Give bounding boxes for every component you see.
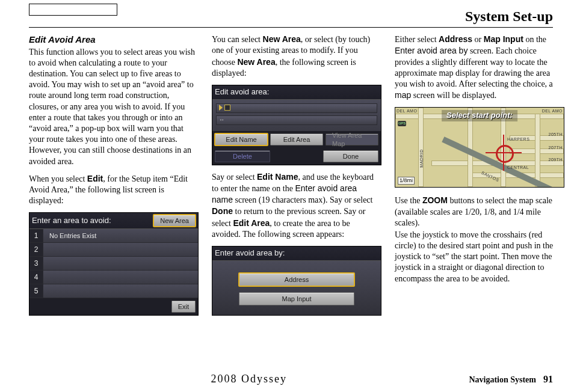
- sans-text: Enter avoid area by: [395, 46, 468, 55]
- area-field: ↔: [216, 115, 377, 125]
- arrows-icon: ↔: [219, 117, 224, 123]
- done-button[interactable]: Done: [323, 150, 378, 162]
- street-label: DEL AMO: [397, 108, 417, 114]
- row-number: 1: [29, 229, 43, 242]
- bold-text: Edit Name: [257, 172, 298, 182]
- bold-text: Map Input: [484, 34, 523, 44]
- screen-header: Edit avoid area:: [212, 85, 381, 100]
- row-number: 4: [29, 271, 43, 284]
- edit-name-button[interactable]: Edit Name: [215, 133, 268, 145]
- screen-enter-area: Enter an area to avoid: New Area 1 No En…: [29, 212, 199, 316]
- content-columns: Edit Avoid Area This function allows you…: [29, 34, 553, 322]
- street-label: 207TH: [548, 145, 563, 150]
- new-area-button[interactable]: New Area: [153, 215, 196, 227]
- screen-edit-avoid: Edit avoid area: ↔: [212, 85, 381, 165]
- row-number: 3: [29, 257, 43, 270]
- address-button[interactable]: Address: [239, 273, 354, 286]
- paragraph: Say or select Edit Name, and use the key…: [212, 171, 380, 240]
- text: Use the: [395, 196, 422, 205]
- bold-text: Address: [439, 34, 472, 44]
- column-3: Either select Address or Map Input on th…: [395, 34, 563, 322]
- area-list: 1 No Entries Exist 2 3 4 5: [29, 229, 198, 298]
- button-row-2: Delete Done: [212, 148, 381, 165]
- paragraph: Use the joystick to move the crosshairs …: [395, 230, 563, 284]
- row-cell: No Entries Exist: [43, 231, 198, 240]
- street-label: HARPERS: [507, 136, 529, 142]
- row-number: 5: [29, 284, 43, 298]
- list-row[interactable]: 5: [29, 284, 198, 298]
- street-label: CENTRAL: [507, 165, 529, 170]
- screen-body: Address Map Input: [212, 261, 381, 315]
- street-label: DEL AMO: [542, 108, 563, 114]
- screen-title: Edit avoid area:: [215, 87, 378, 97]
- edit-area-button[interactable]: Edit Area: [270, 133, 323, 145]
- paragraph: This function allows you to select areas…: [29, 47, 197, 167]
- text: Either select: [395, 35, 439, 44]
- map-scale: 1/8mi: [398, 177, 415, 185]
- column-1: Edit Avoid Area This function allows you…: [29, 34, 197, 322]
- box-icon: [224, 105, 230, 111]
- text: screen (19 characters max). Say or selec…: [233, 195, 372, 204]
- play-icon: [219, 105, 223, 111]
- screen-header: Enter an area to avoid: New Area: [29, 213, 198, 229]
- map-banner: Select start point:: [442, 110, 517, 121]
- button-row-1: Edit Name Edit Area View Area Map: [212, 131, 381, 148]
- spacer: [273, 150, 321, 162]
- screen-footer: Exit: [29, 298, 198, 315]
- list-row[interactable]: 4: [29, 271, 198, 284]
- paragraph: You can select New Area, or select (by t…: [212, 34, 380, 79]
- text: or: [472, 35, 484, 44]
- column-2: You can select New Area, or select (by t…: [212, 34, 380, 322]
- text: You can select: [212, 35, 263, 44]
- text: When you select: [29, 174, 87, 183]
- gps-icon: GPS: [398, 121, 406, 126]
- delete-button[interactable]: Delete: [215, 150, 270, 162]
- text: on the: [523, 35, 546, 44]
- screen-title: Enter avoid area by:: [215, 248, 378, 259]
- bold-text: ZOOM: [422, 195, 448, 205]
- list-row[interactable]: 3: [29, 257, 198, 271]
- bold-text: New Area: [263, 34, 301, 44]
- list-row[interactable]: 1 No Entries Exist: [29, 229, 198, 243]
- street-label: 209TH: [548, 157, 563, 162]
- bold-text: Edit: [87, 174, 103, 183]
- screen-enter-avoid-by: Enter avoid area by: Address Map Input: [212, 246, 381, 316]
- page-footer: 2008 Odyssey Navigation System 91: [0, 372, 574, 386]
- row-number: 2: [29, 243, 43, 256]
- area-field-icons: ↔: [219, 117, 224, 123]
- street-label: MADRID: [419, 150, 424, 168]
- name-field-icons: [219, 105, 230, 111]
- footer-label: Navigation System: [469, 375, 536, 385]
- name-field: [216, 103, 377, 113]
- blank-header-box: [29, 4, 117, 16]
- view-area-map-button: View Area Map: [326, 133, 378, 145]
- paragraph: Either select Address or Map Input on th…: [395, 34, 563, 101]
- map-screenshot: GPS DEL AMO DEL AMO 205TH 207TH 209TH HA…: [395, 107, 564, 188]
- bold-text: Edit Area: [233, 218, 270, 228]
- list-row[interactable]: 2: [29, 243, 198, 257]
- text: Say or select: [212, 173, 257, 182]
- screen-header: Enter avoid area by:: [212, 247, 381, 261]
- model-name: 2008 Odyssey: [211, 372, 287, 386]
- exit-button[interactable]: Exit: [171, 301, 196, 313]
- text: screen will be displayed.: [411, 91, 496, 100]
- bold-text: New Area: [237, 57, 275, 67]
- map-input-button[interactable]: Map Input: [239, 292, 354, 305]
- screen-body: ↔: [212, 100, 381, 131]
- paragraph: When you select Edit, for the Setup item…: [29, 173, 197, 207]
- screen-title: Enter an area to avoid:: [32, 216, 153, 226]
- street-label: 205TH: [548, 132, 563, 137]
- bold-text: Done: [212, 206, 233, 216]
- sans-text: map: [395, 90, 411, 100]
- page-number: 91: [543, 373, 553, 386]
- paragraph: Use the ZOOM buttons to select the map s…: [395, 195, 563, 228]
- section-heading: Edit Avoid Area: [29, 34, 197, 46]
